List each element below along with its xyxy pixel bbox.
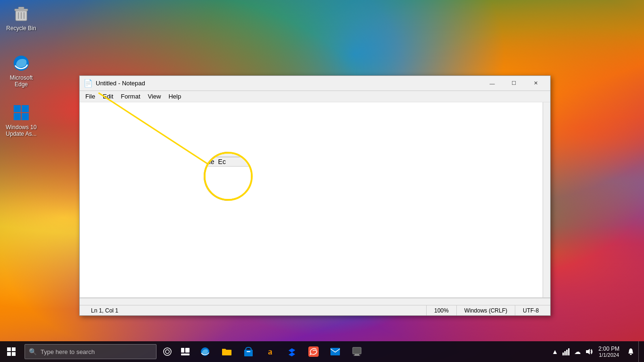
search-placeholder: Type here to search bbox=[41, 348, 95, 355]
cortana-button[interactable] bbox=[158, 341, 176, 362]
edge-label: Microsoft Edge bbox=[4, 74, 38, 88]
menu-bar: File Edit Format View Help bbox=[80, 91, 550, 102]
notepad-app-icon: 📄 bbox=[83, 79, 93, 88]
menu-edit[interactable]: Edit bbox=[99, 92, 117, 101]
svg-rect-12 bbox=[7, 347, 11, 351]
svg-rect-26 bbox=[308, 346, 319, 357]
svg-rect-30 bbox=[354, 355, 360, 356]
zoom-level: 100% bbox=[427, 305, 457, 315]
show-desktop-button[interactable] bbox=[638, 341, 642, 362]
close-button[interactable]: ✕ bbox=[525, 76, 546, 91]
amazon-icon: a bbox=[268, 347, 272, 357]
taskbar: 🔍 Type here to search bbox=[0, 341, 644, 362]
svg-rect-1 bbox=[15, 9, 28, 11]
menu-help[interactable]: Help bbox=[165, 92, 185, 101]
encoding: UTF-8 bbox=[515, 305, 546, 315]
taskbar-mail[interactable] bbox=[324, 341, 346, 362]
recycle-bin-icon[interactable]: Recycle Bin bbox=[2, 2, 40, 33]
svg-rect-33 bbox=[566, 350, 568, 355]
svg-rect-27 bbox=[330, 348, 340, 355]
search-icon: 🔍 bbox=[29, 348, 37, 355]
zoom-annotation-circle: 📄 U... File Ec bbox=[204, 152, 253, 201]
tray-network[interactable] bbox=[561, 341, 572, 362]
taskbar-store[interactable] bbox=[238, 341, 259, 362]
task-view-button[interactable] bbox=[176, 341, 194, 362]
clock-date: 1/1/2024 bbox=[599, 352, 619, 358]
line-ending: Windows (CRLF) bbox=[457, 305, 515, 315]
svg-rect-34 bbox=[568, 348, 570, 355]
win10-image bbox=[12, 103, 31, 122]
svg-rect-7 bbox=[14, 105, 21, 112]
zoom-menu-file: File bbox=[204, 158, 215, 165]
vertical-scrollbar[interactable] bbox=[543, 102, 550, 297]
svg-point-16 bbox=[164, 348, 171, 355]
clock-time: 2:00 PM bbox=[598, 346, 619, 352]
zoom-menu-edit: Ec bbox=[218, 158, 226, 165]
svg-rect-22 bbox=[244, 350, 253, 356]
horizontal-scrollbar[interactable] bbox=[80, 297, 550, 305]
svg-rect-9 bbox=[14, 113, 21, 120]
menu-view[interactable]: View bbox=[144, 92, 165, 101]
svg-rect-18 bbox=[181, 348, 184, 353]
tray-cloud[interactable]: ☁ bbox=[572, 341, 583, 362]
svg-rect-23 bbox=[247, 351, 250, 352]
edge-image bbox=[12, 54, 31, 73]
text-area-container[interactable] bbox=[80, 102, 550, 297]
svg-marker-35 bbox=[586, 349, 590, 354]
cursor-position: Ln 1, Col 1 bbox=[83, 305, 427, 315]
svg-point-17 bbox=[165, 350, 169, 354]
recycle-bin-image bbox=[12, 4, 31, 23]
win10-update-icon[interactable]: Windows 10 Update As... bbox=[2, 101, 40, 139]
taskbar-dropbox[interactable] bbox=[281, 341, 303, 362]
notepad-text-input[interactable] bbox=[80, 102, 550, 297]
svg-rect-8 bbox=[22, 105, 29, 112]
svg-marker-25 bbox=[292, 348, 295, 353]
system-tray: ▲ ☁ 2:00 PM 1/1/2024 bbox=[549, 341, 644, 362]
start-button[interactable] bbox=[0, 341, 23, 362]
svg-rect-32 bbox=[564, 351, 566, 355]
taskbar-edge[interactable] bbox=[194, 341, 216, 362]
taskbar-swift[interactable] bbox=[303, 341, 324, 362]
svg-rect-20 bbox=[181, 354, 190, 355]
tray-speaker[interactable] bbox=[583, 341, 594, 362]
win10-label: Windows 10 Update As... bbox=[4, 124, 38, 137]
svg-rect-29 bbox=[355, 354, 359, 355]
taskbar-file-explorer[interactable] bbox=[216, 341, 238, 362]
clock-area[interactable]: 2:00 PM 1/1/2024 bbox=[594, 341, 623, 362]
svg-rect-31 bbox=[562, 353, 564, 355]
minimize-button[interactable]: — bbox=[481, 76, 503, 91]
svg-rect-10 bbox=[22, 113, 29, 120]
recycle-bin-label: Recycle Bin bbox=[6, 25, 36, 32]
svg-rect-36 bbox=[630, 354, 632, 355]
svg-rect-13 bbox=[12, 347, 16, 351]
notification-button[interactable] bbox=[623, 341, 638, 362]
taskbar-search[interactable]: 🔍 Type here to search bbox=[25, 344, 157, 359]
status-bar: Ln 1, Col 1 100% Windows (CRLF) UTF-8 bbox=[80, 305, 550, 315]
svg-rect-2 bbox=[18, 7, 24, 9]
svg-rect-19 bbox=[185, 348, 190, 353]
svg-rect-14 bbox=[7, 352, 11, 356]
svg-rect-15 bbox=[12, 352, 16, 356]
title-bar[interactable]: 📄 Untitled - Notepad — ☐ ✕ bbox=[80, 76, 550, 91]
maximize-button[interactable]: ☐ bbox=[503, 76, 525, 91]
taskbar-unknown-app[interactable] bbox=[346, 341, 368, 362]
window-controls: — ☐ ✕ bbox=[481, 76, 546, 91]
window-title: Untitled - Notepad bbox=[96, 80, 145, 87]
tray-arrow[interactable]: ▲ bbox=[549, 341, 561, 362]
svg-rect-28 bbox=[353, 347, 361, 354]
menu-format[interactable]: Format bbox=[117, 92, 144, 101]
title-bar-left: 📄 Untitled - Notepad bbox=[83, 79, 145, 88]
menu-file[interactable]: File bbox=[82, 92, 99, 101]
notepad-window: 📄 Untitled - Notepad — ☐ ✕ File Edit For… bbox=[79, 75, 551, 316]
taskbar-amazon[interactable]: a bbox=[259, 341, 281, 362]
microsoft-edge-icon[interactable]: Microsoft Edge bbox=[2, 52, 40, 90]
